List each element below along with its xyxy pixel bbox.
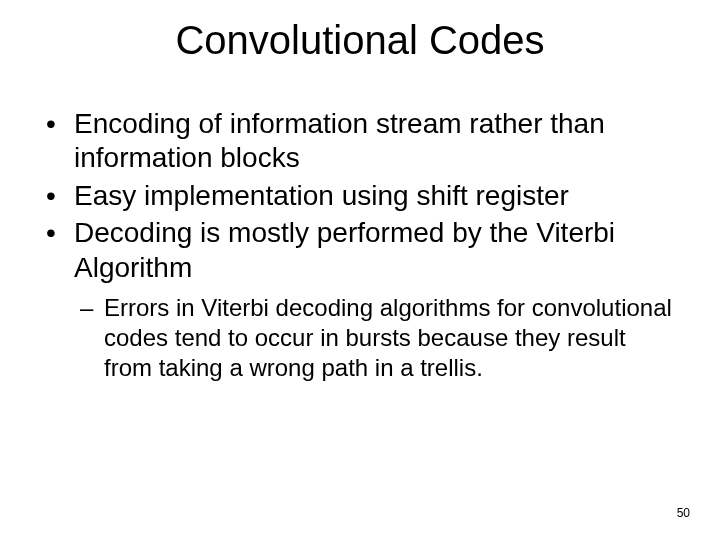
slide: Convolutional Codes Encoding of informat… — [0, 0, 720, 540]
page-number: 50 — [677, 506, 690, 520]
sub-bullet-item: Errors in Viterbi decoding algorithms fo… — [74, 293, 680, 383]
bullet-item: Easy implementation using shift register — [40, 179, 680, 213]
bullet-item: Encoding of information stream rather th… — [40, 107, 680, 176]
bullet-text: Decoding is mostly performed by the Vite… — [74, 217, 615, 282]
bullet-item: Decoding is mostly performed by the Vite… — [40, 216, 680, 383]
slide-title: Convolutional Codes — [40, 18, 680, 63]
bullet-list: Encoding of information stream rather th… — [40, 107, 680, 383]
sub-bullet-list: Errors in Viterbi decoding algorithms fo… — [74, 293, 680, 383]
